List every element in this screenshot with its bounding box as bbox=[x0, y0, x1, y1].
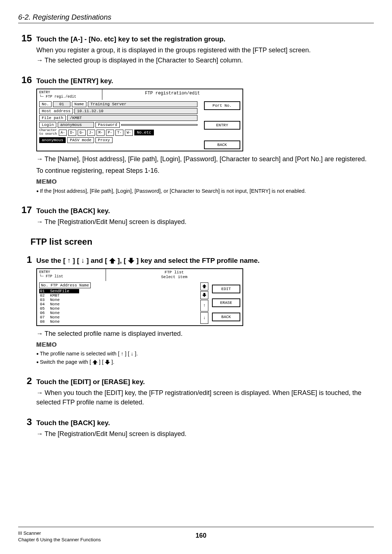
char-t-button[interactable]: T- bbox=[115, 130, 123, 136]
list-item[interactable]: 01SendFile bbox=[39, 289, 79, 293]
lcd-title-line: Select item bbox=[107, 275, 241, 280]
step-result: → The [Registration/Edit Menu] screen is… bbox=[36, 217, 374, 227]
step-title-text: Use the [ ↑ ] [ ↓ ] and [ bbox=[36, 257, 107, 264]
pasv-mode-button[interactable]: PASV mode bbox=[67, 137, 94, 143]
list-item[interactable]: 05None bbox=[39, 306, 197, 311]
no-etc-button[interactable]: No.etc bbox=[134, 130, 154, 135]
page-down-button[interactable] bbox=[200, 291, 208, 299]
char-g-button[interactable]: G- bbox=[78, 130, 86, 136]
char-w-button[interactable]: W- bbox=[125, 130, 133, 136]
list-item-name: None bbox=[50, 315, 60, 319]
step-number: 1 bbox=[20, 254, 32, 265]
step-number: 3 bbox=[20, 416, 32, 428]
name-field[interactable]: Training Server bbox=[88, 101, 197, 107]
scroll-up-button[interactable]: ↑ bbox=[200, 300, 208, 311]
step-16: 16 Touch the [ENTRY] key. ENTRY └─ FTP r… bbox=[36, 74, 374, 195]
breadcrumb-leaf: └─ FTP list bbox=[39, 274, 103, 279]
ftp-step-2: 2 Touch the [EDIT] or [ERASE] key. → Whe… bbox=[36, 375, 374, 407]
breadcrumb-root: ENTRY bbox=[39, 270, 103, 274]
lcd-title: FTP list Select item bbox=[106, 269, 242, 281]
anonymous-button[interactable]: anonymous bbox=[39, 137, 66, 143]
password-field[interactable] bbox=[121, 124, 197, 126]
step-number: 15 bbox=[20, 33, 32, 44]
host-address-field[interactable]: 10.11.32.10 bbox=[74, 108, 197, 114]
memo-item: If the [Host address], [File path], [Log… bbox=[36, 187, 374, 195]
list-item-no: 07 bbox=[40, 315, 48, 319]
page-down-icon bbox=[128, 258, 134, 264]
list-item[interactable]: 07None bbox=[39, 315, 197, 319]
memo-label: MEMO bbox=[36, 341, 374, 350]
list-item[interactable]: 08None bbox=[39, 319, 197, 324]
step-number: 16 bbox=[20, 74, 32, 86]
step-result: → When you touch the [EDIT] key, the [FT… bbox=[36, 388, 374, 407]
page-footer: III Scanner Chapter 6 Using the Scanner … bbox=[18, 527, 374, 543]
name-label: Name bbox=[72, 101, 86, 107]
list-item-no: 06 bbox=[40, 311, 48, 315]
char-a-button[interactable]: A- bbox=[59, 130, 67, 136]
footer-divider bbox=[18, 527, 374, 527]
list-item-name: None bbox=[50, 302, 60, 306]
password-label: Password bbox=[95, 122, 120, 128]
step-result: → The selected profile name is displayed… bbox=[36, 329, 374, 338]
list-item-name: None bbox=[50, 311, 60, 315]
step-number: 2 bbox=[20, 375, 32, 387]
port-no-button[interactable]: Port No. bbox=[204, 101, 240, 110]
no-label: No. bbox=[39, 101, 52, 107]
step-title: Touch the [BACK] key. bbox=[36, 207, 110, 215]
ftp-step-1: 1 Use the [ ↑ ] [ ↓ ] and [ ], [ ] key a… bbox=[36, 254, 374, 366]
list-item-no: 02 bbox=[40, 293, 48, 298]
lcd-title: FTP registration/edit bbox=[102, 89, 242, 100]
char-j-button[interactable]: J- bbox=[87, 130, 95, 136]
step-title: Touch the [BACK] key. bbox=[36, 419, 110, 427]
entry-button[interactable]: ENTRY bbox=[204, 121, 240, 130]
list-item-no: 08 bbox=[40, 319, 48, 324]
proxy-button[interactable]: Proxy bbox=[95, 137, 113, 143]
step-result: → The [Registration/Edit Menu] screen is… bbox=[36, 429, 374, 439]
host-address-label: Host address bbox=[39, 108, 73, 114]
lcd-title-line: FTP list bbox=[107, 270, 241, 275]
scroll-down-button[interactable]: ↓ bbox=[200, 312, 208, 324]
file-path-field[interactable]: /KMBT bbox=[67, 115, 197, 121]
char-m-button[interactable]: M- bbox=[97, 130, 105, 136]
step-result: → The selected group is displayed in the… bbox=[36, 56, 374, 65]
footer-chapter: Chapter 6 Using the Scanner Functions bbox=[18, 537, 101, 543]
login-label: Login bbox=[39, 122, 56, 128]
memo-item: Switch the page with [ ] [ ]. bbox=[36, 358, 374, 366]
list-item-no: 04 bbox=[40, 302, 48, 306]
step-text: When you register a group, it is display… bbox=[36, 45, 374, 55]
step-result: → The [Name], [Host address], [File path… bbox=[36, 154, 374, 164]
page-down-icon bbox=[105, 360, 110, 364]
lcd-breadcrumb: ENTRY └─ FTP list bbox=[37, 269, 106, 281]
list-item[interactable]: 03None bbox=[39, 298, 197, 302]
list-item-name: None bbox=[50, 319, 60, 324]
list-header: No. FTP Address Name bbox=[39, 282, 91, 288]
list-item[interactable]: 06None bbox=[39, 311, 197, 315]
list-item[interactable]: 02KMBT bbox=[39, 293, 197, 298]
list-item-name: KMBT bbox=[50, 293, 60, 298]
page-number: 160 bbox=[101, 532, 301, 539]
login-field[interactable]: anonymous bbox=[58, 122, 94, 128]
back-button[interactable]: BACK bbox=[212, 313, 240, 321]
char-d-button[interactable]: D- bbox=[68, 130, 76, 136]
page-up-icon bbox=[109, 258, 116, 264]
ftp-list-area: No. FTP Address Name 01SendFile02KMBT03N… bbox=[37, 281, 200, 325]
ftp-registration-lcd: ENTRY └─ FTP regi./edit FTP registration… bbox=[36, 89, 374, 151]
scroll-column: ↑ ↓ bbox=[200, 281, 210, 325]
erase-button[interactable]: ERASE bbox=[212, 298, 240, 307]
memo-label: MEMO bbox=[36, 178, 374, 187]
step-15: 15 Touch the [A-] - [No. etc] key to set… bbox=[36, 33, 374, 65]
page-up-button[interactable] bbox=[200, 282, 208, 290]
lcd-breadcrumb: ENTRY └─ FTP regi./edit bbox=[37, 89, 102, 100]
list-item[interactable]: 04None bbox=[39, 302, 197, 306]
ftp-list-lcd: ENTRY └─ FTP list FTP list Select item N… bbox=[36, 268, 374, 326]
char-p-button[interactable]: P- bbox=[106, 130, 114, 136]
step-17: 17 Touch the [BACK] key. → The [Registra… bbox=[36, 204, 374, 227]
edit-button[interactable]: EDIT bbox=[212, 285, 240, 293]
list-item-no: 03 bbox=[40, 298, 48, 302]
breadcrumb-leaf: └─ FTP regi./edit bbox=[39, 95, 100, 99]
back-button[interactable]: BACK bbox=[204, 140, 240, 149]
memo-item: The profile name is selected with [ ↑ ] … bbox=[36, 350, 374, 358]
step-title: Use the [ ↑ ] [ ↓ ] and [ ], [ ] key and… bbox=[36, 257, 260, 265]
no-field[interactable]: 01 bbox=[53, 101, 70, 107]
breadcrumb-root: ENTRY bbox=[39, 90, 100, 95]
